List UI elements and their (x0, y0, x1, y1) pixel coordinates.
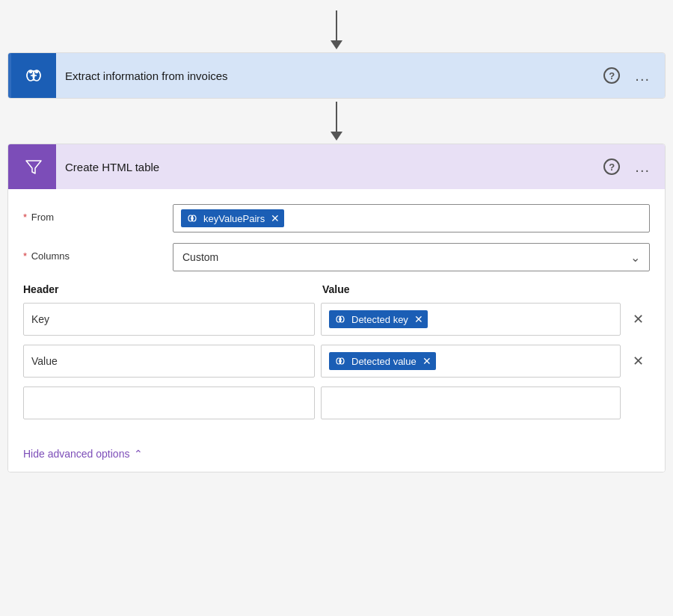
col-cell-key-1[interactable]: Key (23, 303, 315, 336)
col-cell-key-3[interactable] (23, 386, 315, 419)
middle-arrow-line (336, 102, 337, 132)
col-header-value: Value (322, 283, 650, 295)
card2-title: Create HTML table (56, 161, 600, 173)
value-token-2: Detected value ✕ (329, 352, 436, 370)
chevron-up-icon: ⌃ (134, 448, 143, 460)
card1-help-icon: ? (603, 67, 620, 84)
columns-select[interactable]: Custom ⌄ (173, 243, 650, 271)
table-row-2: Value Detec (23, 345, 650, 378)
arrow-line (336, 10, 337, 40)
row-delete-btn-1[interactable]: ✕ (627, 308, 650, 330)
card-extract-invoices: Extract information from invoices ? ... (7, 52, 666, 99)
columns-label: * Columns (23, 243, 173, 262)
from-token-chip: keyValuePairs ✕ (181, 209, 284, 227)
col-header-key: Header (23, 283, 322, 295)
col-cell-value-2[interactable]: Detected value ✕ (321, 345, 621, 378)
flow-container: Extract information from invoices ? ... … (0, 0, 673, 480)
from-chip-icon (185, 212, 199, 225)
arrow-head (331, 40, 342, 49)
card1-dots-icon: ... (635, 67, 650, 84)
table-row-1: Key Detecte (23, 303, 650, 336)
from-token-input[interactable]: keyValuePairs ✕ (173, 204, 650, 232)
card2-help-icon: ? (603, 158, 620, 175)
card1-header: Extract information from invoices ? ... (8, 53, 665, 98)
hide-advanced-label: Hide advanced options (23, 448, 129, 460)
token-remove-1[interactable]: ✕ (414, 313, 423, 325)
card2-icon-box (11, 144, 56, 189)
card2-actions: ? ... (600, 155, 653, 179)
token-label-1: Detected key (351, 314, 408, 325)
from-required-marker: * (23, 212, 27, 223)
from-chip-remove[interactable]: ✕ (271, 212, 280, 224)
from-label: * From (23, 204, 173, 223)
token-label-2: Detected value (351, 356, 417, 367)
columns-table-section: Header Value Key (23, 283, 650, 419)
card2-header: Create HTML table ? ... (8, 144, 665, 189)
svg-point-5 (36, 71, 38, 73)
filter-icon (23, 156, 44, 177)
token-brain-icon-1 (334, 313, 346, 325)
columns-select-value: Custom (182, 251, 218, 263)
card2-dots-icon: ... (635, 158, 650, 176)
card1-title: Extract information from invoices (56, 70, 600, 82)
from-chip-label: keyValuePairs (203, 213, 265, 224)
columns-field-row: * Columns Custom ⌄ (23, 243, 650, 271)
card1-icon-box (11, 53, 56, 98)
col-cell-key-1-value: Key (31, 313, 49, 325)
svg-point-4 (30, 71, 32, 73)
svg-marker-6 (26, 161, 41, 173)
token-brain-icon-2 (334, 355, 346, 367)
chip-brain-icon (186, 212, 198, 224)
columns-input[interactable]: Custom ⌄ (173, 243, 650, 271)
brain-icon (23, 65, 44, 86)
card2-help-button[interactable]: ? (600, 155, 623, 178)
token-icon-1 (334, 312, 347, 326)
col-cell-key-2-value: Value (31, 355, 58, 367)
card2-body: * From (8, 189, 665, 436)
col-cell-value-1[interactable]: Detected key ✕ (321, 303, 621, 336)
middle-arrow-head (331, 132, 342, 141)
from-input[interactable]: keyValuePairs ✕ (173, 204, 650, 232)
columns-required-marker: * (23, 250, 27, 262)
middle-arrow (331, 99, 342, 144)
from-field-row: * From (23, 204, 650, 232)
columns-table-header: Header Value (23, 283, 650, 295)
card1-more-button[interactable]: ... (632, 64, 653, 87)
card1-actions: ? ... (600, 64, 653, 87)
card-create-html-table: Create HTML table ? ... * From (7, 144, 666, 472)
hide-advanced-options[interactable]: Hide advanced options ⌃ (8, 436, 665, 472)
chevron-down-icon: ⌄ (630, 250, 640, 265)
col-cell-value-3[interactable] (321, 386, 621, 419)
row-delete-btn-2[interactable]: ✕ (627, 350, 650, 372)
card1-help-button[interactable]: ? (600, 64, 623, 87)
table-row-3: ✕ (23, 386, 650, 419)
top-arrow (331, 7, 342, 52)
value-token-1: Detected key ✕ (329, 310, 428, 328)
token-remove-2[interactable]: ✕ (422, 355, 431, 367)
token-icon-2 (334, 354, 347, 368)
col-cell-key-2[interactable]: Value (23, 345, 315, 378)
card2-more-button[interactable]: ... (632, 155, 653, 179)
